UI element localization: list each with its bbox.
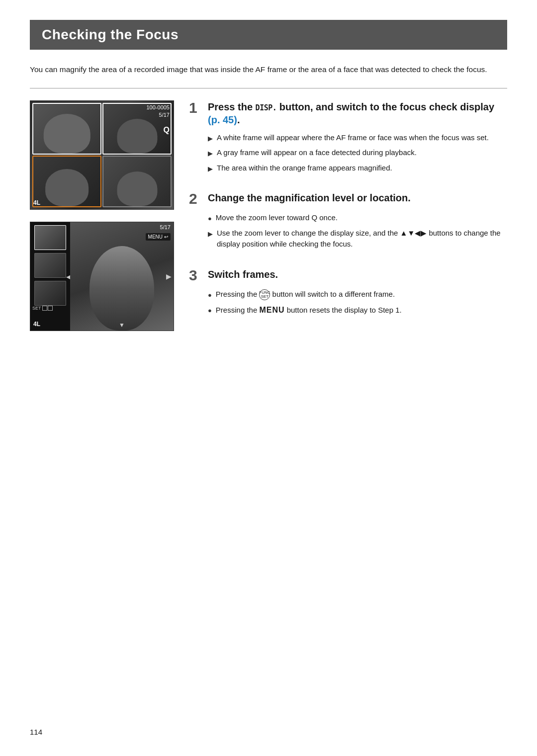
circle-icon-1: ●: [208, 214, 212, 224]
sq2: [48, 306, 53, 311]
step-2-header: 2 Change the magnification level or loca…: [189, 191, 507, 206]
screen2-size: 4L: [33, 321, 40, 328]
page-title: Checking the Focus: [42, 27, 495, 43]
face-thumb-3: [34, 281, 66, 306]
menu-text-inline: MENU: [259, 306, 284, 314]
step1-bullet-2-text: A gray frame will appear on a face detec…: [217, 147, 417, 159]
screen2-right: 5/17 MENU ↩ ▶ ▼: [70, 222, 174, 331]
step-2-num: 2: [189, 191, 203, 206]
divider: [30, 88, 507, 88]
step-1-section: 1 Press the DISP. button, and switch to …: [189, 100, 507, 178]
step-1-num: 1: [189, 100, 203, 115]
step-1-header: 1 Press the DISP. button, and switch to …: [189, 100, 507, 126]
content-area: 100-0005 5/17 Q 4L: [30, 100, 507, 334]
triangle-icon-2: ▶: [208, 149, 213, 159]
nav-arrow-right: ▶: [166, 272, 172, 280]
step1-bullet-1: ▶ A white frame will appear where the AF…: [208, 132, 507, 144]
disp-label: DISP.: [256, 103, 277, 112]
camera-screen-1: 100-0005 5/17 Q 4L: [30, 100, 174, 210]
face-cell-3: [32, 156, 101, 207]
intro-text: You can magnify the area of a recorded i…: [30, 64, 507, 76]
page: Checking the Focus You can magnify the a…: [0, 0, 537, 756]
right-column: 1 Press the DISP. button, and switch to …: [189, 100, 507, 334]
step-1-title: Press the DISP. button, and switch to th…: [208, 100, 507, 126]
step2-bullet-1: ● Move the zoom lever toward Q once.: [208, 212, 507, 224]
step-3-header: 3 Switch frames.: [189, 268, 507, 283]
page-number: 114: [30, 728, 42, 736]
title-bar: Checking the Focus: [30, 20, 507, 50]
step3-bullet-2-text: Pressing the MENU button resets the disp…: [216, 304, 402, 316]
set-label: SET: [32, 306, 41, 311]
screen2-content: SET ◀ 5/17: [30, 222, 174, 331]
sq1: [42, 306, 47, 311]
step-3-num: 3: [189, 268, 203, 283]
face-cell-2: [102, 103, 172, 155]
circle-icon-3: ●: [208, 306, 212, 316]
step-2-section: 2 Change the magnification level or loca…: [189, 191, 507, 254]
step-2-title: Change the magnification level or locati…: [208, 191, 411, 204]
step2-bullet-2-text: Use the zoom lever to change the display…: [217, 228, 507, 250]
camera-screen-2: SET ◀ 5/17: [30, 222, 174, 331]
face-grid: [30, 101, 174, 209]
step3-bullet-1: ● Pressing the FUNCSET button will switc…: [208, 289, 507, 300]
set-button-area: SET: [32, 306, 53, 311]
step-3-section: 3 Switch frames. ● Pressing the FUNCSET …: [189, 268, 507, 320]
step2-bullet-2: ▶ Use the zoom lever to change the displ…: [208, 228, 507, 250]
step3-bullet-1-text: Pressing the FUNCSET button will switch …: [216, 289, 395, 300]
step3-bullet-2: ● Pressing the MENU button resets the di…: [208, 304, 507, 316]
circle-icon-2: ●: [208, 290, 212, 300]
func-set-icon: FUNCSET: [259, 289, 270, 300]
return-icon: ↩: [164, 234, 168, 240]
menu-label: MENU: [148, 234, 163, 240]
face-cell-4: [102, 156, 172, 207]
step-3-title: Switch frames.: [208, 268, 278, 281]
screen2-left: SET ◀: [30, 222, 70, 331]
set-squares: [42, 306, 53, 311]
step-3-body: ● Pressing the FUNCSET button will switc…: [208, 289, 507, 316]
screen1-image: 100-0005 5/17 Q 4L: [30, 101, 174, 209]
triangle-icon-1: ▶: [208, 134, 213, 144]
left-column: 100-0005 5/17 Q 4L: [30, 100, 189, 334]
step-1-body: ▶ A white frame will appear where the AF…: [208, 132, 507, 174]
big-face: [90, 246, 154, 331]
face-cell-1: [32, 103, 101, 155]
step1-bullet-1-text: A white frame will appear where the AF f…: [217, 132, 489, 144]
triangle-icon-4: ▶: [208, 229, 213, 239]
step-2-body: ● Move the zoom lever toward Q once. ▶ U…: [208, 212, 507, 250]
nav-arrow-down: ▼: [119, 322, 125, 329]
screen2-menu-bar: MENU ↩: [146, 233, 171, 241]
step1-bullet-3-text: The area within the orange frame appears…: [217, 163, 392, 174]
triangle-icon-3: ▶: [208, 164, 213, 174]
step2-bullet-1-text: Move the zoom lever toward Q once.: [216, 212, 338, 224]
step1-link: (p. 45): [208, 114, 237, 125]
face-thumb-2: [34, 253, 66, 278]
face-thumb-1: [34, 225, 66, 250]
step1-bullet-3: ▶ The area within the orange frame appea…: [208, 163, 507, 174]
step1-bullet-2: ▶ A gray frame will appear on a face det…: [208, 147, 507, 159]
screen2-pagecount: 5/17: [160, 224, 171, 230]
